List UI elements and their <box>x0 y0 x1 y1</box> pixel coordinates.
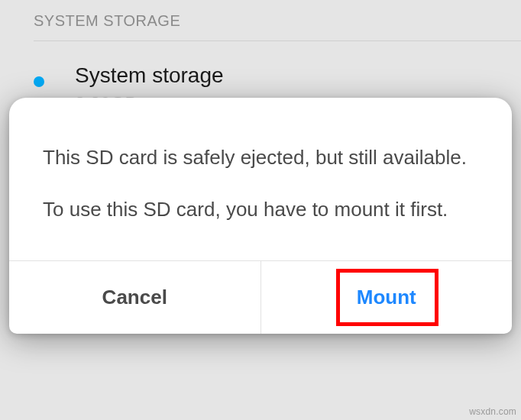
cancel-button-label: Cancel <box>102 286 167 309</box>
cancel-button[interactable]: Cancel <box>9 261 260 334</box>
mount-sd-dialog: This SD card is safely ejected, but stil… <box>9 98 512 334</box>
dialog-message-line2: To use this SD card, you have to mount i… <box>43 195 478 223</box>
storage-bullet-icon <box>34 76 44 87</box>
mount-button-label: Mount <box>357 286 416 309</box>
storage-item-title: System storage <box>75 63 224 89</box>
dialog-message: This SD card is safely ejected, but stil… <box>9 98 512 260</box>
section-header-system-storage: SYSTEM STORAGE <box>0 0 521 40</box>
watermark: wsxdn.com <box>469 406 516 417</box>
mount-button[interactable]: Mount <box>261 261 513 334</box>
dialog-actions: Cancel Mount <box>9 260 512 334</box>
dialog-message-line1: This SD card is safely ejected, but stil… <box>43 144 478 171</box>
